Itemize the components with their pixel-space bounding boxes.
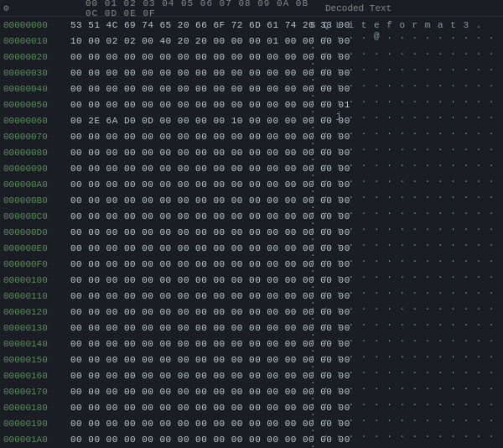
header-row: ⚙ 00 01 02 03 04 05 06 07 08 09 0A 0B 0C… [0, 0, 503, 17]
offset-cell: 00000000 [3, 20, 70, 30]
offset-cell: 00000030 [3, 68, 70, 78]
hex-cell: 00 00 00 00 00 00 00 00 00 00 00 00 00 0… [70, 148, 310, 158]
hex-cell: 00 00 00 00 00 00 00 00 00 00 00 00 00 0… [70, 291, 310, 301]
offset-cell: 00000140 [3, 339, 70, 349]
offset-cell: 00000100 [3, 275, 70, 285]
hex-cell: 00 00 00 00 00 00 00 00 00 00 00 00 00 0… [70, 387, 310, 397]
hex-cell: 00 00 00 00 00 00 00 00 00 00 00 00 00 0… [70, 403, 310, 413]
offset-cell: 00000110 [3, 291, 70, 301]
hex-cell: 00 00 00 00 00 00 00 00 00 00 00 00 00 0… [70, 275, 310, 285]
hex-cell: 00 00 00 00 00 00 00 00 00 00 00 00 00 0… [70, 68, 310, 78]
offset-cell: 00000060 [3, 116, 70, 126]
decoded-cell: S Q L i t e f o r m a t 3 . [310, 20, 500, 30]
offset-cell: 00000180 [3, 403, 70, 413]
hex-cell: 00 00 00 00 00 00 00 00 00 00 00 00 00 0… [70, 195, 310, 206]
offset-cell: 00000050 [3, 100, 70, 110]
hex-cell: 00 00 00 00 00 00 00 00 00 00 00 00 00 0… [70, 355, 310, 365]
hex-cell: 00 00 00 00 00 00 00 00 00 00 00 00 00 0… [70, 211, 310, 221]
hex-cell: 00 00 00 00 00 00 00 00 00 00 00 00 00 0… [70, 227, 310, 237]
offset-cell: 00000080 [3, 148, 70, 158]
offset-cell: 000000A0 [3, 180, 70, 190]
hex-header: 00 01 02 03 04 05 06 07 08 09 0A 0B 0C 0… [86, 0, 325, 18]
hex-cell: 00 00 00 00 00 00 00 00 00 00 00 00 00 0… [70, 339, 310, 349]
table-row[interactable]: 000001A000 00 00 00 00 00 00 00 00 00 00… [0, 431, 503, 447]
hex-cell: 00 00 00 00 00 00 00 00 00 00 00 00 00 0… [70, 164, 310, 174]
offset-cell: 00000190 [3, 419, 70, 429]
offset-cell: 00000070 [3, 132, 70, 142]
offset-cell: 00000010 [3, 36, 70, 46]
hex-cell: 00 00 00 00 00 00 00 00 00 00 00 00 00 0… [70, 180, 310, 190]
hex-cell: 00 00 00 00 00 00 00 00 00 00 00 00 00 0… [70, 259, 310, 269]
hex-viewer: ⚙ 00 01 02 03 04 05 06 07 08 09 0A 0B 0C… [0, 0, 503, 448]
offset-cell: 000000D0 [3, 227, 70, 237]
hex-cell: 00 2E 6A D0 0D 00 00 00 00 10 00 00 00 0… [70, 116, 310, 126]
hex-cell: 10 00 02 02 00 40 20 20 00 00 00 01 00 0… [70, 36, 310, 46]
offset-cell: 00000130 [3, 323, 70, 333]
offset-cell: 00000170 [3, 387, 70, 397]
hex-cell: 00 00 00 00 00 00 00 00 00 00 00 00 00 0… [70, 307, 310, 317]
offset-cell: 000000B0 [3, 195, 70, 206]
hex-cell: 00 00 00 00 00 00 00 00 00 00 00 00 00 0… [70, 84, 310, 94]
offset-cell: 00000040 [3, 84, 70, 94]
hex-cell: 00 00 00 00 00 00 00 00 00 00 00 00 00 0… [70, 52, 310, 62]
rows-container: 0000000053 51 4C 69 74 65 20 66 6F 72 6D… [0, 17, 503, 447]
offset-cell: 000000C0 [3, 211, 70, 221]
hex-cell: 00 00 00 00 00 00 00 00 00 00 00 00 00 0… [70, 419, 310, 429]
hex-cell: 00 00 00 00 00 00 00 00 00 00 00 00 00 0… [70, 132, 310, 142]
offset-cell: 00000150 [3, 355, 70, 365]
offset-cell: 00000120 [3, 307, 70, 317]
decoded-cell: . . . . . . . . . . . . . . . . [310, 430, 500, 449]
offset-cell: 000001A0 [3, 435, 70, 445]
hex-cell: 00 00 00 00 00 00 00 00 00 00 00 00 00 0… [70, 323, 310, 333]
decoded-header: Decoded Text [325, 3, 500, 13]
offset-cell: 000000F0 [3, 259, 70, 269]
gear-icon[interactable]: ⚙ [3, 3, 18, 13]
offset-cell: 00000090 [3, 164, 70, 174]
hex-cell: 00 00 00 00 00 00 00 00 00 00 00 00 00 0… [70, 100, 310, 110]
hex-cell: 00 00 00 00 00 00 00 00 00 00 00 00 00 0… [70, 243, 310, 253]
offset-cell: 000000E0 [3, 243, 70, 253]
hex-cell: 53 51 4C 69 74 65 20 66 6F 72 6D 61 74 2… [70, 20, 310, 30]
offset-cell: 00000160 [3, 371, 70, 381]
hex-cell: 00 00 00 00 00 00 00 00 00 00 00 00 00 0… [70, 371, 310, 381]
hex-cell: 00 00 00 00 00 00 00 00 00 00 00 00 00 0… [70, 435, 310, 445]
offset-cell: 00000020 [3, 52, 70, 62]
